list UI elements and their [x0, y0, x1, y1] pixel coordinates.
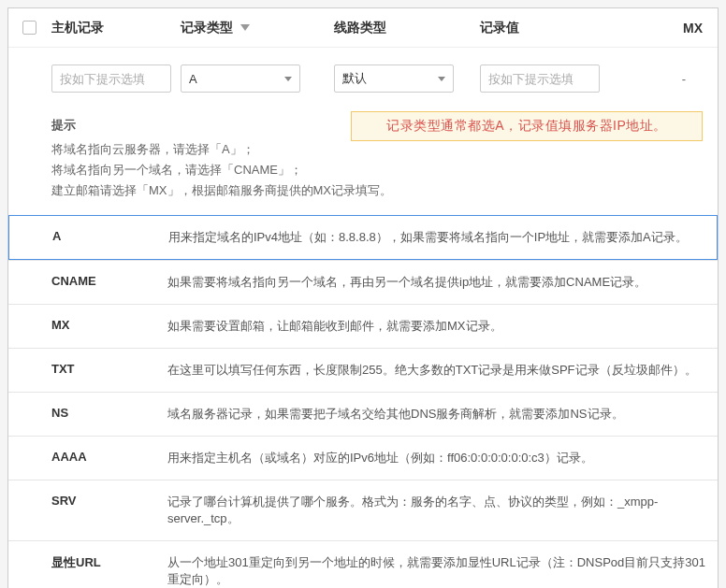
- record-desc: 记录了哪台计算机提供了哪个服务。格式为：服务的名字、点、协议的类型，例如：_xm…: [167, 494, 706, 527]
- record-type-value: A: [189, 72, 197, 86]
- new-record-row: A 默认 -: [8, 48, 718, 109]
- mx-value: -: [682, 72, 686, 86]
- dns-record-panel: 主机记录 记录类型 线路类型 记录值 MX A 默认: [7, 7, 719, 588]
- table-header: 主机记录 记录类型 线路类型 记录值 MX: [8, 8, 718, 48]
- record-type-label: CNAME: [51, 274, 167, 291]
- record-row-srv[interactable]: SRV记录了哪台计算机提供了哪个服务。格式为：服务的名字、点、协议的类型，例如：…: [8, 480, 718, 540]
- record-desc: 从一个地址301重定向到另一个地址的时候，就需要添加显性URL记录（注：DNSP…: [167, 554, 706, 588]
- record-type-label: AAAA: [51, 450, 167, 466]
- record-type-label: SRV: [51, 494, 167, 527]
- record-type-label: TXT: [51, 362, 167, 379]
- record-type-label: A: [52, 229, 168, 246]
- hint-line-3: 建立邮箱请选择「MX」，根据邮箱服务商提供的MX记录填写。: [51, 180, 703, 201]
- header-mx[interactable]: MX: [654, 21, 714, 36]
- hint-line-2: 将域名指向另一个域名，请选择「CNAME」；: [51, 160, 703, 180]
- record-desc: 在这里可以填写任何东西，长度限制255。绝大多数的TXT记录是用来做SPF记录（…: [167, 362, 697, 379]
- record-row-mx[interactable]: MX如果需要设置邮箱，让邮箱能收到邮件，就需要添加MX记录。: [8, 304, 718, 348]
- header-record-value[interactable]: 记录值: [480, 20, 654, 36]
- header-record-type[interactable]: 记录类型: [181, 20, 334, 36]
- hint-line-1: 将域名指向云服务器，请选择「A」；: [51, 139, 703, 160]
- record-type-label: MX: [51, 318, 167, 335]
- select-all-checkbox[interactable]: [22, 21, 36, 35]
- record-desc: 如果需要设置邮箱，让邮箱能收到邮件，就需要添加MX记录。: [167, 318, 502, 335]
- record-row-aaaa[interactable]: AAAA用来指定主机名（或域名）对应的IPv6地址（例如：ff06:0:0:0:…: [8, 436, 718, 480]
- header-line-type[interactable]: 线路类型: [334, 20, 480, 36]
- record-row-显性url[interactable]: 显性URL从一个地址301重定向到另一个地址的时候，就需要添加显性URL记录（注…: [8, 540, 718, 588]
- header-host[interactable]: 主机记录: [46, 20, 181, 36]
- line-type-value: 默认: [342, 70, 367, 87]
- record-desc: 用来指定域名的IPv4地址（如：8.8.8.8），如果需要将域名指向一个IP地址…: [168, 229, 688, 246]
- header-checkbox-cell: [12, 21, 46, 35]
- record-value-input[interactable]: [480, 65, 600, 93]
- filter-icon: [240, 24, 250, 31]
- hint-block: 记录类型通常都选A，记录值填服务器IP地址。 提示 将域名指向云服务器，请选择「…: [8, 109, 718, 216]
- record-desc: 用来指定主机名（或域名）对应的IPv6地址（例如：ff06:0:0:0:0:0:…: [167, 450, 593, 466]
- record-type-label: 显性URL: [51, 554, 167, 588]
- record-desc: 如果需要将域名指向另一个域名，再由另一个域名提供ip地址，就需要添加CNAME记…: [167, 274, 646, 291]
- record-type-label: NS: [51, 406, 167, 423]
- record-row-a[interactable]: A用来指定域名的IPv4地址（如：8.8.8.8），如果需要将域名指向一个IP地…: [8, 215, 718, 260]
- record-type-list: A用来指定域名的IPv4地址（如：8.8.8.8），如果需要将域名指向一个IP地…: [8, 215, 718, 588]
- record-row-ns[interactable]: NS域名服务器记录，如果需要把子域名交给其他DNS服务商解析，就需要添加NS记录…: [8, 392, 718, 436]
- callout-banner: 记录类型通常都选A，记录值填服务器IP地址。: [351, 111, 703, 141]
- record-row-cname[interactable]: CNAME如果需要将域名指向另一个域名，再由另一个域名提供ip地址，就需要添加C…: [8, 260, 718, 304]
- host-record-input[interactable]: [51, 65, 171, 93]
- line-type-select[interactable]: 默认: [334, 65, 454, 93]
- record-row-txt[interactable]: TXT在这里可以填写任何东西，长度限制255。绝大多数的TXT记录是用来做SPF…: [8, 348, 718, 392]
- chevron-down-icon: [284, 77, 292, 81]
- chevron-down-icon: [438, 77, 445, 81]
- record-type-select[interactable]: A: [181, 65, 300, 93]
- header-record-type-label: 记录类型: [181, 20, 233, 35]
- record-desc: 域名服务器记录，如果需要把子域名交给其他DNS服务商解析，就需要添加NS记录。: [167, 406, 624, 423]
